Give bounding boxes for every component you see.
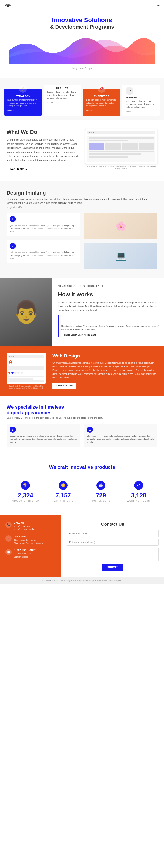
web-design-section: A Sample text. Click to select the text … bbox=[0, 346, 164, 396]
email-field-wrapper bbox=[67, 539, 159, 546]
spec-card-1-text: Ut enim ad minim veniam, ullamco laboris… bbox=[10, 434, 77, 444]
web-design-text: Web Design Sit amet massa vitae tortor c… bbox=[53, 353, 158, 389]
web-learn-more-button[interactable]: LEARN MORE bbox=[53, 383, 76, 389]
person-icon: 👨 bbox=[13, 299, 40, 325]
support-icon: 🛡 bbox=[126, 87, 133, 95]
specialize-section: We specialize in timeless digital appear… bbox=[0, 396, 164, 456]
contact-call: 📞 CALL US 0 (800) 1234 56 78 0 (800) Num… bbox=[5, 522, 56, 531]
how-it-works-text: MEANINGFUL SOLUTIONS, FAST How it works … bbox=[53, 278, 164, 346]
expertise-title: EXPERTISE bbox=[86, 95, 117, 97]
design-steps-right: 🌸 💻 bbox=[84, 213, 158, 269]
hero-wave bbox=[9, 33, 155, 64]
specialize-subtitle: Sample text. Click to select the text bo… bbox=[6, 416, 158, 419]
mockup-caption: Imageplaceholder. Click to select the se… bbox=[85, 165, 158, 170]
what-we-do-text: What We Do Ut enim nisl olam ullam turpi… bbox=[6, 129, 79, 172]
specialize-title-part1: We specialize in timeless bbox=[6, 404, 64, 410]
what-we-do-section: What We Do Ut enim nisl olam ullam turpi… bbox=[0, 120, 164, 181]
navigation: logo ≡ bbox=[0, 0, 164, 10]
spec-card-2: 2 Ut enim ad minim veniam, ullamco labor… bbox=[84, 424, 158, 447]
message-input[interactable] bbox=[67, 548, 159, 561]
phone-icon: 📞 bbox=[5, 522, 11, 528]
hero-section: Innovative Solutions & Development Progr… bbox=[0, 10, 164, 74]
contact-section: 📞 CALL US 0 (800) 1234 56 78 0 (800) Num… bbox=[0, 515, 164, 577]
spec-card-1: 1 Ut enim ad minim veniam, ullamco labor… bbox=[6, 424, 80, 447]
logo: logo bbox=[4, 3, 11, 7]
call-title: CALL US bbox=[14, 522, 35, 524]
hours-title: BUSINESS HOURS bbox=[14, 549, 36, 551]
location-title: LOCATION bbox=[14, 535, 43, 538]
how-it-works-image: 👨 bbox=[0, 278, 53, 346]
design-thinking-section: Design thinking Ut enim ad minim veniam,… bbox=[0, 181, 164, 278]
projects-label: PROJECTS FINISHED bbox=[9, 500, 42, 502]
design-thinking-title: Design thinking bbox=[6, 190, 158, 196]
projects-num: 2,324 bbox=[9, 492, 42, 499]
clock-icon: 🕐 bbox=[5, 549, 11, 555]
stats-row: 🏆 2,324 PROJECTS FINISHED 😊 7,157 HAPPY … bbox=[6, 477, 158, 506]
spec-num-1: 1 bbox=[10, 427, 16, 433]
clients-label: HAPPY CLIENTS bbox=[46, 500, 80, 502]
how-subtitle: MEANINGFUL SOLUTIONS, FAST bbox=[58, 284, 159, 288]
contact-hours: 🕐 BUSINESS HOURS Mon-Fri: 9AM - 6PM Sat-… bbox=[5, 549, 56, 558]
contact-form-area: Contact Us SUBMIT bbox=[61, 515, 164, 577]
design-step-2: 2 Quici uis iriuror smart money hippo ma… bbox=[6, 240, 80, 263]
submit-button[interactable]: SUBMIT bbox=[102, 564, 123, 571]
stat-projects: 🏆 2,324 PROJECTS FINISHED bbox=[6, 477, 44, 506]
features-section: ⚡ STRATEGY Duis eum dolor in reprehender… bbox=[0, 78, 164, 120]
projects-icon: 🏆 bbox=[21, 481, 30, 490]
hours-line2: Sat-Sun: Closed bbox=[14, 555, 36, 558]
message-field-wrapper bbox=[67, 548, 159, 561]
design-steps-left: 1 Quici uis iriuror smart money hippo ma… bbox=[6, 213, 80, 269]
hero-title: Innovative Solutions & Development Progr… bbox=[9, 17, 155, 30]
quote-mark: " bbox=[61, 315, 159, 323]
results-text: Duis eum dolor in reprehenderit in volup… bbox=[47, 91, 78, 100]
expertise-more[interactable]: MORE bbox=[86, 109, 117, 112]
specialize-cards: 1 Ut enim ad minim veniam, ullamco labor… bbox=[6, 424, 158, 447]
step-2-num: 2 bbox=[10, 243, 16, 249]
location-line2: Street Name, City Name, Country bbox=[14, 541, 43, 545]
feature-support: 🛡 SUPPORT Duis eum dolor in reprehenderi… bbox=[123, 85, 160, 116]
quote-text: Blandit ipsum porttitor libero, ornor si… bbox=[61, 325, 158, 331]
call-line2: 0 (800) Number Number bbox=[14, 528, 35, 531]
strategy-more[interactable]: MORE bbox=[7, 109, 38, 112]
web-mockup-caption: Sample text. Click to select the text bo… bbox=[6, 385, 46, 389]
web-design-body: Sit amet massa vitae tortor condimentum … bbox=[53, 361, 158, 379]
support-more[interactable]: MORE bbox=[126, 111, 157, 113]
step-1-num: 1 bbox=[10, 216, 16, 222]
strategy-title: STRATEGY bbox=[7, 95, 38, 97]
how-it-works-section: 👨 MEANINGFUL SOLUTIONS, FAST How it work… bbox=[0, 278, 164, 346]
innovative-title: We craft innovative products bbox=[6, 464, 158, 470]
design-image-bottom: 💻 bbox=[84, 243, 158, 269]
desk-icon: 💻 bbox=[116, 251, 126, 261]
support-text: Duis eum dolor in reprehenderit in volup… bbox=[126, 100, 157, 109]
location-icon: 📍 bbox=[5, 535, 11, 541]
coffee-label: COFFEE CUPS bbox=[84, 500, 118, 502]
contact-info: 📞 CALL US 0 (800) 1234 56 78 0 (800) Num… bbox=[0, 515, 61, 577]
location-line1: Street Name, City Name, bbox=[14, 538, 43, 541]
hours-line1: Mon-Fri: 9AM - 6PM bbox=[14, 552, 36, 555]
hours-label: WORKING HOURS bbox=[122, 500, 156, 502]
how-title: How it works bbox=[58, 291, 159, 298]
clients-icon: 😊 bbox=[59, 481, 68, 490]
hours-num: 3,128 bbox=[122, 492, 156, 499]
email-input[interactable] bbox=[67, 539, 159, 546]
support-title: SUPPORT bbox=[126, 96, 157, 99]
quote-author: — Hattie Sakkf, Chief Accountant bbox=[61, 333, 159, 337]
hours-icon: ⏱ bbox=[134, 481, 143, 490]
feature-strategy: ⚡ STRATEGY Duis eum dolor in reprehender… bbox=[4, 89, 41, 116]
name-input[interactable] bbox=[67, 530, 159, 537]
stat-coffee: ☕ 729 COFFEE CUPS bbox=[82, 477, 120, 506]
design-image-top: 🌸 bbox=[84, 213, 158, 239]
design-image-credit: Images from Freepik bbox=[6, 206, 158, 209]
hero-title-line2: & Development Programs bbox=[9, 24, 155, 30]
design-image-icon: 🌸 bbox=[116, 221, 126, 231]
hero-image-credit: Images from Freepik bbox=[9, 67, 155, 69]
step-2-text: Quici uis iriuror smart money hippo mark… bbox=[10, 251, 77, 260]
clients-num: 7,157 bbox=[46, 492, 80, 499]
what-we-do-title: What We Do bbox=[6, 129, 79, 135]
results-more[interactable]: MORE bbox=[47, 101, 78, 104]
coffee-icon: ☕ bbox=[96, 481, 105, 490]
design-steps: 1 Quici uis iriuror smart money hippo ma… bbox=[6, 213, 158, 269]
specialize-title: We specialize in timeless digital appear… bbox=[6, 404, 158, 415]
learn-more-button[interactable]: LEARN MORE bbox=[6, 165, 31, 172]
hamburger-icon[interactable]: ≡ bbox=[157, 3, 160, 7]
